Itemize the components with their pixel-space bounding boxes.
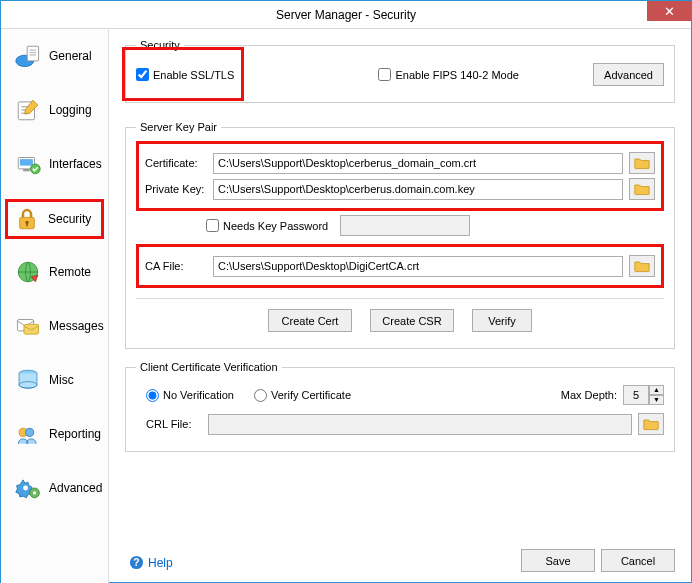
ca-label: CA File: [145, 260, 207, 272]
crl-label: CRL File: [146, 418, 202, 430]
enable-fips-input[interactable] [378, 68, 391, 81]
verify-cert-radio[interactable]: Verify Certificate [254, 389, 351, 402]
security-icon [14, 206, 40, 232]
ca-input[interactable] [213, 256, 623, 277]
security-group: Security Enable SSL/TLS Enable FIPS 140-… [125, 39, 675, 103]
ca-browse-button[interactable] [629, 255, 655, 277]
highlight-cert-key: Certificate: Private Key: [136, 141, 664, 211]
svg-point-20 [23, 486, 28, 491]
advanced-button[interactable]: Advanced [593, 63, 664, 86]
sidebar-item-messages[interactable]: Messages [7, 307, 102, 345]
sidebar: General Logging Interfaces Security Remo… [1, 29, 109, 583]
sidebar-item-logging[interactable]: Logging [7, 91, 102, 129]
svg-point-22 [33, 491, 36, 494]
help-label: Help [148, 556, 173, 570]
sidebar-item-label: Messages [49, 319, 104, 333]
sidebar-item-general[interactable]: General [7, 37, 102, 75]
svg-text:?: ? [133, 557, 139, 568]
folder-icon [643, 417, 659, 431]
svg-rect-1 [27, 46, 38, 61]
enable-fips-checkbox[interactable]: Enable FIPS 140-2 Mode [378, 68, 519, 81]
crl-input[interactable] [208, 414, 632, 435]
sidebar-item-label: General [49, 49, 92, 63]
enable-ssl-checkbox[interactable]: Enable SSL/TLS [136, 68, 234, 81]
help-link[interactable]: ? Help [129, 555, 173, 570]
sidebar-item-label: Interfaces [49, 157, 102, 171]
keypair-group: Server Key Pair Certificate: Private Key… [125, 121, 675, 349]
cert-browse-button[interactable] [629, 152, 655, 174]
svg-rect-12 [26, 223, 28, 226]
window-title: Server Manager - Security [276, 8, 416, 22]
sidebar-item-label: Reporting [49, 427, 101, 441]
key-label: Private Key: [145, 183, 207, 195]
interfaces-icon [15, 151, 41, 177]
needs-password-input[interactable] [206, 219, 219, 232]
general-icon [15, 43, 41, 69]
key-password-input[interactable] [340, 215, 470, 236]
cert-input[interactable] [213, 153, 623, 174]
key-input[interactable] [213, 179, 623, 200]
enable-ssl-label: Enable SSL/TLS [153, 69, 234, 81]
key-browse-button[interactable] [629, 178, 655, 200]
sidebar-item-interfaces[interactable]: Interfaces [7, 145, 102, 183]
verify-cert-label: Verify Certificate [271, 389, 351, 401]
keypair-legend: Server Key Pair [136, 121, 221, 133]
sidebar-item-label: Logging [49, 103, 92, 117]
highlight-ca: CA File: [136, 244, 664, 288]
svg-rect-2 [30, 50, 37, 51]
sidebar-item-misc[interactable]: Misc [7, 361, 102, 399]
enable-ssl-input[interactable] [136, 68, 149, 81]
enable-fips-label: Enable FIPS 140-2 Mode [395, 69, 519, 81]
spin-down-icon[interactable]: ▼ [649, 395, 664, 405]
sidebar-item-label: Remote [49, 265, 91, 279]
close-icon: ✕ [664, 4, 675, 19]
no-verification-label: No Verification [163, 389, 234, 401]
content-panel: Security Enable SSL/TLS Enable FIPS 140-… [109, 29, 691, 583]
verify-cert-input[interactable] [254, 389, 267, 402]
sidebar-item-label: Advanced [49, 481, 102, 495]
no-verification-radio[interactable]: No Verification [146, 389, 234, 402]
misc-icon [15, 367, 41, 393]
sidebar-item-remote[interactable]: Remote [7, 253, 102, 291]
sidebar-item-reporting[interactable]: Reporting [7, 415, 102, 453]
sidebar-item-label: Security [48, 212, 91, 226]
footer-buttons: Save Cancel [521, 549, 675, 572]
svg-point-19 [26, 428, 34, 436]
svg-rect-7 [20, 159, 33, 166]
verify-button[interactable]: Verify [472, 309, 532, 332]
no-verification-input[interactable] [146, 389, 159, 402]
folder-icon [634, 156, 650, 170]
close-button[interactable]: ✕ [647, 1, 691, 21]
remote-icon [15, 259, 41, 285]
folder-icon [634, 259, 650, 273]
sidebar-item-security[interactable]: Security [5, 199, 104, 239]
sidebar-item-label: Misc [49, 373, 74, 387]
cert-label: Certificate: [145, 157, 207, 169]
svg-rect-3 [30, 52, 37, 53]
sidebar-item-advanced[interactable]: Advanced [7, 469, 102, 507]
create-cert-button[interactable]: Create Cert [268, 309, 352, 332]
needs-password-label: Needs Key Password [223, 220, 328, 232]
max-depth-input[interactable] [623, 385, 649, 405]
crl-browse-button[interactable] [638, 413, 664, 435]
svg-rect-15 [24, 324, 39, 334]
svg-rect-4 [30, 54, 37, 55]
save-button[interactable]: Save [521, 549, 595, 572]
messages-icon [15, 313, 41, 339]
logging-icon [15, 97, 41, 123]
divider [136, 298, 664, 299]
reporting-icon [15, 421, 41, 447]
max-depth-stepper[interactable]: ▲ ▼ [623, 385, 664, 405]
needs-password-checkbox[interactable]: Needs Key Password [206, 219, 328, 232]
clientcert-legend: Client Certificate Verification [136, 361, 282, 373]
clientcert-group: Client Certificate Verification No Verif… [125, 361, 675, 452]
advanced-icon [15, 475, 41, 501]
create-csr-button[interactable]: Create CSR [370, 309, 454, 332]
svg-rect-8 [23, 169, 30, 171]
cancel-button[interactable]: Cancel [601, 549, 675, 572]
help-icon: ? [129, 555, 144, 570]
folder-icon [634, 182, 650, 196]
security-legend: Security [136, 39, 184, 51]
title-bar: Server Manager - Security ✕ [1, 1, 691, 29]
spin-up-icon[interactable]: ▲ [649, 385, 664, 395]
